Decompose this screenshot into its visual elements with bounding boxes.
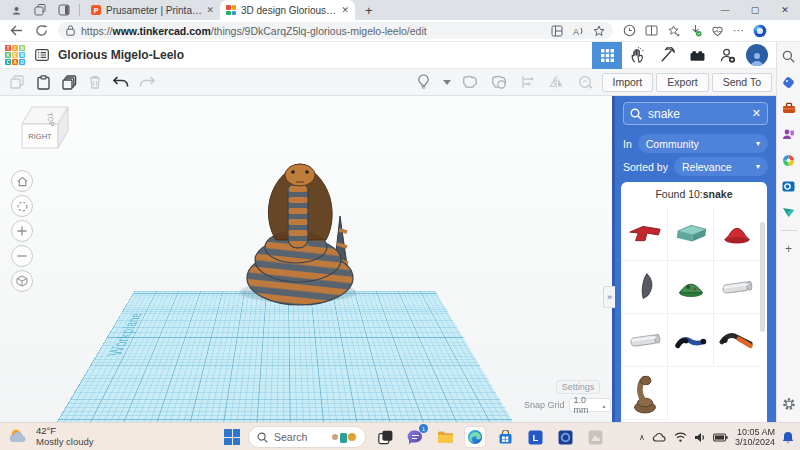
home-view-button[interactable]: [11, 170, 33, 192]
search-result-result-teal-box[interactable]: [668, 208, 714, 261]
view-cube[interactable]: TOP RIGHT: [14, 102, 72, 154]
snake-model[interactable]: [236, 160, 368, 312]
back-button[interactable]: [7, 22, 25, 40]
new-tab-button[interactable]: +: [365, 3, 373, 18]
sidebar-games-icon[interactable]: [781, 152, 797, 168]
sidebar-people-icon[interactable]: [781, 126, 797, 142]
minimize-button[interactable]: —: [710, 0, 740, 20]
snap-grid-select[interactable]: 1.0 mm ▴: [569, 398, 611, 412]
extension-icon[interactable]: [623, 24, 636, 37]
import-button[interactable]: Import: [602, 73, 654, 92]
perspective-toggle-button[interactable]: [11, 270, 33, 292]
address-bar[interactable]: https://www.tinkercad.com/things/9DkCarq…: [58, 22, 613, 39]
minecraft-pickaxe-icon[interactable]: [652, 42, 682, 69]
chat-icon[interactable]: 1: [404, 426, 426, 448]
design-title[interactable]: Glorious Migelo-Leelo: [58, 48, 184, 62]
tab-tinkercad[interactable]: 3D design Glorious Migelo-Leelo ✕: [220, 0, 355, 20]
sidebar-search-icon[interactable]: [781, 48, 797, 64]
sidebar-outlook-icon[interactable]: [781, 178, 797, 194]
export-button[interactable]: Export: [656, 73, 708, 92]
task-view-icon[interactable]: [374, 426, 396, 448]
zoom-out-button[interactable]: [11, 245, 33, 267]
app-gray-icon[interactable]: [584, 426, 606, 448]
sidebar-shopping-icon[interactable]: [781, 74, 797, 90]
read-aloud-icon[interactable]: A: [572, 25, 584, 37]
profile-icon[interactable]: [8, 2, 24, 18]
shape-search-input[interactable]: snake ✕: [623, 102, 768, 125]
grid-settings-button[interactable]: Settings: [556, 380, 600, 394]
sort-dropdown[interactable]: Relevance ▾: [674, 157, 768, 176]
sim-lab-hand-icon[interactable]: [622, 42, 652, 69]
file-explorer-icon[interactable]: [434, 426, 456, 448]
search-result-result-silver-cylinder-2[interactable]: [622, 314, 668, 367]
copilot-icon[interactable]: [753, 24, 767, 38]
wifi-icon[interactable]: [674, 432, 687, 442]
bricks-icon[interactable]: [682, 42, 712, 69]
mirror-icon[interactable]: [544, 72, 570, 92]
close-tab-icon[interactable]: ✕: [206, 5, 214, 15]
volume-icon[interactable]: [694, 432, 706, 443]
duplicate-icon[interactable]: [56, 72, 82, 92]
favorite-star-icon[interactable]: [593, 25, 605, 37]
sidebar-drop-icon[interactable]: [781, 204, 797, 220]
workspaces-icon[interactable]: [32, 2, 48, 18]
sidebar-add-icon[interactable]: +: [781, 241, 797, 257]
show-all-caret-icon[interactable]: [440, 72, 454, 92]
redo-icon[interactable]: [134, 72, 160, 92]
sidebar-settings-gear-icon[interactable]: [781, 396, 797, 412]
close-tab-icon[interactable]: ✕: [341, 5, 349, 15]
search-result-result-red-cap[interactable]: [714, 208, 760, 261]
notes-icon[interactable]: [573, 72, 599, 92]
panel-collapse-handle[interactable]: »: [603, 286, 615, 308]
split-screen-icon[interactable]: [645, 25, 658, 36]
site-info-lock-icon[interactable]: [66, 25, 75, 36]
collaborate-icon[interactable]: [712, 42, 742, 69]
delete-icon[interactable]: [82, 72, 108, 92]
start-button[interactable]: [224, 429, 240, 445]
viewport-3d[interactable]: Workplane: [0, 96, 612, 422]
show-all-lightbulb-icon[interactable]: [411, 72, 437, 92]
edge-browser-icon[interactable]: [464, 426, 486, 448]
close-window-button[interactable]: ✕: [770, 0, 800, 20]
battery-icon[interactable]: [713, 433, 728, 442]
search-result-result-blue-snake[interactable]: [668, 314, 714, 367]
design-menu-icon[interactable]: [35, 49, 49, 61]
search-result-result-orange-snake[interactable]: [714, 314, 760, 367]
app-l-icon[interactable]: L: [524, 426, 546, 448]
collections-icon[interactable]: [667, 25, 680, 37]
tinkercad-logo[interactable]: TIN KER CAD: [5, 45, 25, 65]
clear-search-icon[interactable]: ✕: [752, 107, 761, 120]
user-avatar[interactable]: [746, 44, 768, 66]
results-scrollbar[interactable]: [760, 222, 765, 332]
search-result-result-gray-blade[interactable]: [622, 261, 668, 314]
scope-dropdown[interactable]: Community ▾: [638, 134, 768, 153]
fit-view-button[interactable]: [11, 195, 33, 217]
search-result-result-red-part[interactable]: [622, 208, 668, 261]
zoom-in-button[interactable]: [11, 220, 33, 242]
browser-essentials-icon[interactable]: [711, 25, 724, 37]
copy-icon[interactable]: [4, 72, 30, 92]
undo-icon[interactable]: [108, 72, 134, 92]
tray-expand-icon[interactable]: ∧: [639, 433, 645, 442]
kanban-icon[interactable]: [551, 25, 563, 37]
search-result-result-green-dome[interactable]: [668, 261, 714, 314]
search-result-result-silver-cylinder[interactable]: [714, 261, 760, 314]
search-result-result-brown-cobra[interactable]: [622, 367, 668, 420]
group-icon[interactable]: [457, 72, 483, 92]
onedrive-icon[interactable]: [652, 432, 667, 442]
downloads-icon[interactable]: [689, 24, 702, 37]
refresh-button[interactable]: [32, 22, 50, 40]
blocks-view-icon[interactable]: [592, 42, 622, 69]
microsoft-store-icon[interactable]: [494, 426, 516, 448]
notifications-bell-icon[interactable]: [782, 431, 794, 444]
maximize-button[interactable]: ▢: [740, 0, 770, 20]
paste-icon[interactable]: [30, 72, 56, 92]
align-icon[interactable]: [515, 72, 541, 92]
taskbar-clock[interactable]: 10:05 AM 3/10/2024: [735, 427, 775, 447]
settings-more-icon[interactable]: ⋯: [733, 24, 744, 37]
ungroup-icon[interactable]: [486, 72, 512, 92]
app-ring-icon[interactable]: [554, 426, 576, 448]
tab-printables[interactable]: P Prusameter | Printables.com ✕: [85, 0, 220, 20]
taskbar-search[interactable]: Search: [248, 426, 366, 448]
weather-widget[interactable]: 42°F Mostly cloudy: [8, 425, 94, 447]
